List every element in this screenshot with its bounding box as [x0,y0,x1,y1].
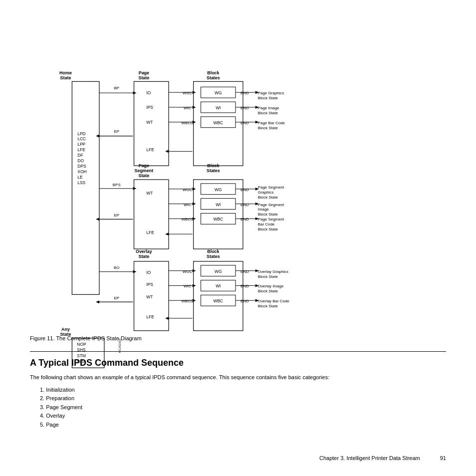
list-item: 5. Page [40,421,446,430]
svg-text:WBCC: WBCC [182,121,194,125]
svg-text:LPD: LPD [77,131,85,136]
svg-text:Block: Block [207,70,219,75]
svg-text:NOP: NOP [77,342,86,347]
svg-text:LFE: LFE [146,230,154,235]
svg-text:Page: Page [139,70,149,75]
svg-text:Graphics: Graphics [258,190,274,195]
svg-text:Block State: Block State [258,289,278,293]
list: 1. Initialization 2. Preparation 3. Page… [30,386,446,430]
svg-text:BP: BP [114,86,119,90]
svg-text:WI: WI [216,105,221,110]
svg-text:END: END [240,299,249,303]
svg-text:LPP: LPP [77,142,85,147]
svg-marker-144 [96,300,99,303]
svg-text:Page Image: Page Image [258,106,279,110]
svg-text:XOH: XOH [77,169,86,174]
svg-marker-110 [165,233,169,236]
svg-text:States: States [207,254,220,259]
svg-marker-48 [193,91,196,94]
svg-text:WBC: WBC [213,120,223,125]
list-item: 3. Page Segment [40,403,446,412]
svg-text:HC2S2315: HC2S2315 [118,338,121,353]
svg-text:Block State: Block State [258,274,278,279]
page-footer: Chapter 3. Intelligent Printer Data Stre… [30,455,446,461]
svg-text:LCC: LCC [77,136,86,141]
svg-marker-100 [193,203,196,206]
svg-text:IO: IO [146,270,151,275]
svg-text:Block: Block [207,163,219,168]
footer-page: 91 [440,455,446,461]
svg-text:Bar Code: Bar Code [258,222,275,227]
svg-marker-98 [193,188,196,191]
svg-text:IPS: IPS [146,282,153,287]
svg-text:Any: Any [61,327,70,332]
state-diagram: Home State LPD LCC LPP LFE DF DO DPS XOH… [30,20,446,330]
svg-text:END: END [240,91,249,95]
svg-marker-46 [96,135,99,138]
svg-text:Page: Page [139,163,149,168]
svg-text:Overlay: Overlay [136,249,152,254]
svg-text:Block State: Block State [258,195,278,200]
svg-text:EP: EP [114,213,119,218]
svg-text:END: END [240,106,249,110]
svg-text:Block State: Block State [258,227,278,232]
svg-text:XOA: XOA [77,359,86,364]
svg-text:WT: WT [146,191,153,196]
section-divider [30,351,446,352]
svg-text:Block State: Block State [258,111,278,115]
svg-marker-60 [165,150,169,153]
svg-text:WBCC: WBCC [182,217,194,222]
svg-marker-102 [193,217,196,220]
svg-text:BPS: BPS [113,183,121,187]
svg-text:EP: EP [114,129,119,134]
svg-text:END: END [240,121,249,125]
svg-text:Home: Home [59,70,72,75]
list-item: 2. Preparation [40,394,446,403]
svg-text:SHS: SHS [77,347,86,352]
page: Home State LPD LCC LPP LFE DF DO DPS XOH… [0,0,476,476]
svg-text:State: State [138,254,149,259]
footer-chapter: Chapter 3. Intelligent Printer Data Stre… [319,455,420,461]
svg-text:State: State [60,75,71,80]
svg-text:Page Segment: Page Segment [258,217,284,222]
svg-marker-148 [193,284,196,287]
list-item: 1. Initialization [40,386,446,395]
svg-marker-150 [193,299,196,302]
svg-text:BO: BO [114,265,119,270]
svg-text:State: State [138,75,149,80]
svg-text:States: States [207,75,220,80]
svg-text:DPS: DPS [77,164,86,169]
svg-text:WI: WI [216,283,221,288]
svg-rect-2 [72,81,99,294]
svg-text:EP: EP [114,296,119,300]
svg-text:IO: IO [146,90,151,95]
svg-text:WBC: WBC [213,217,223,222]
svg-text:STM: STM [77,353,86,358]
svg-text:WIC: WIC [184,106,192,110]
svg-text:WG: WG [215,187,222,192]
section-body: The following chart shows an example of … [30,373,446,382]
svg-text:Overlay Graphics: Overlay Graphics [258,269,288,274]
svg-text:WG: WG [215,90,222,95]
svg-text:LSS: LSS [77,180,85,185]
footer-text: Chapter 3. Intelligent Printer Data Stre… [319,455,446,461]
list-item: 4. Overlay [40,412,446,421]
svg-text:WGC: WGC [183,188,193,192]
svg-text:Block State: Block State [258,96,278,100]
svg-text:WG: WG [215,269,222,274]
svg-text:Image: Image [258,207,269,212]
svg-text:Block State: Block State [258,304,278,308]
svg-marker-146 [193,269,196,272]
svg-marker-141 [133,270,137,273]
section-heading: A Typical IPDS Command Sequence [30,358,446,368]
svg-text:DF: DF [77,153,83,158]
svg-text:IPS: IPS [146,105,153,110]
svg-text:Overlay Image: Overlay Image [258,284,284,288]
svg-text:WT: WT [146,120,153,125]
svg-text:WBCC: WBCC [182,299,194,303]
svg-text:Page Segment: Page Segment [258,185,284,190]
svg-text:Segment: Segment [135,168,154,173]
svg-text:Page Graphics: Page Graphics [258,91,284,95]
svg-text:WT: WT [146,294,153,299]
svg-text:END: END [240,269,249,274]
